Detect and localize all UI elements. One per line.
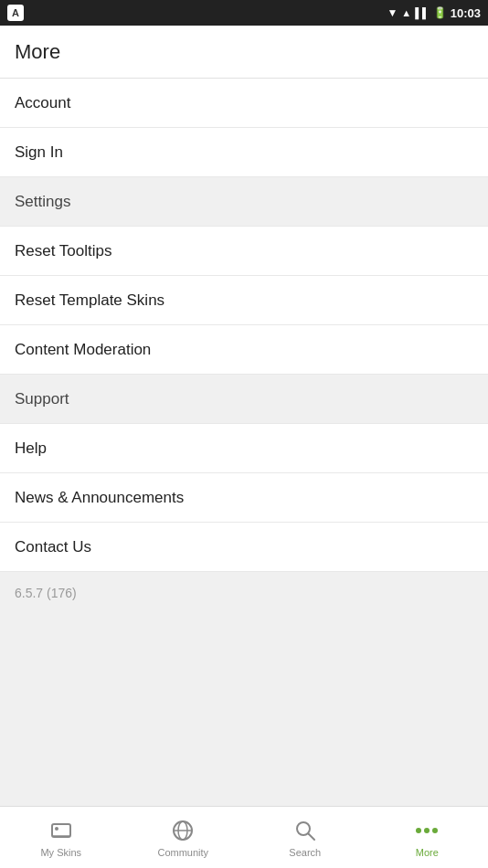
menu-item-label-contact-us: Contact Us xyxy=(15,538,91,556)
community-icon xyxy=(170,818,196,843)
menu-item-label-sign-in: Sign In xyxy=(15,143,63,162)
svg-point-1 xyxy=(55,827,58,831)
nav-item-community[interactable]: Community xyxy=(122,807,245,868)
menu-item-label-support: Support xyxy=(15,390,69,408)
menu-item-label-reset-template-skins: Reset Template Skins xyxy=(15,291,164,310)
menu-item-label-account: Account xyxy=(15,94,70,112)
nav-item-search[interactable]: Search xyxy=(244,807,366,868)
nav-item-more[interactable]: More xyxy=(366,807,489,868)
status-bar-left: A xyxy=(7,5,24,21)
search-icon xyxy=(292,818,318,843)
wifi-icon: ▲ xyxy=(401,7,411,18)
menu-item-account[interactable]: Account xyxy=(0,79,488,128)
page-header: More xyxy=(0,26,488,79)
signal-bars-icon: ▌▌ xyxy=(415,7,430,18)
menu-item-reset-tooltips[interactable]: Reset Tooltips xyxy=(0,227,488,276)
menu-item-support[interactable]: Support xyxy=(0,375,488,424)
menu-item-help[interactable]: Help xyxy=(0,424,488,473)
menu-item-label-content-moderation: Content Moderation xyxy=(15,341,151,359)
menu-item-contact-us[interactable]: Contact Us xyxy=(0,523,488,572)
menu-item-label-help: Help xyxy=(15,439,47,458)
version-text: 6.5.7 (176) xyxy=(15,586,77,600)
status-bar: A ▼ ▲ ▌▌ 🔋 10:03 xyxy=(0,0,488,26)
menu-item-label-news-announcements: News & Announcements xyxy=(15,489,184,507)
nav-item-my-skins[interactable]: My Skins xyxy=(0,807,122,868)
menu-item-reset-template-skins[interactable]: Reset Template Skins xyxy=(0,276,488,325)
svg-rect-0 xyxy=(52,824,70,837)
my-skins-label: My Skins xyxy=(40,847,81,858)
time-display: 10:03 xyxy=(451,6,481,20)
version-area: 6.5.7 (176) xyxy=(0,572,488,806)
svg-line-7 xyxy=(308,833,314,840)
menu-item-label-reset-tooltips: Reset Tooltips xyxy=(15,242,111,260)
more-icon xyxy=(414,818,440,843)
more-label: More xyxy=(416,847,439,858)
search-label: Search xyxy=(289,847,321,858)
page-title: More xyxy=(15,40,60,64)
bottom-navigation: My Skins Community Search More xyxy=(0,806,488,868)
menu-list: AccountSign InSettingsReset TooltipsRese… xyxy=(0,79,488,572)
menu-item-news-announcements[interactable]: News & Announcements xyxy=(0,473,488,523)
my-skins-icon xyxy=(48,818,74,843)
app-icon: A xyxy=(7,5,24,21)
menu-item-label-settings: Settings xyxy=(15,193,70,211)
signal-icon: ▼ xyxy=(387,6,398,19)
status-bar-right: ▼ ▲ ▌▌ 🔋 10:03 xyxy=(387,6,481,20)
community-label: Community xyxy=(157,847,208,858)
menu-item-content-moderation[interactable]: Content Moderation xyxy=(0,325,488,375)
menu-item-settings[interactable]: Settings xyxy=(0,177,488,227)
menu-item-sign-in[interactable]: Sign In xyxy=(0,128,488,177)
battery-icon: 🔋 xyxy=(433,6,447,19)
